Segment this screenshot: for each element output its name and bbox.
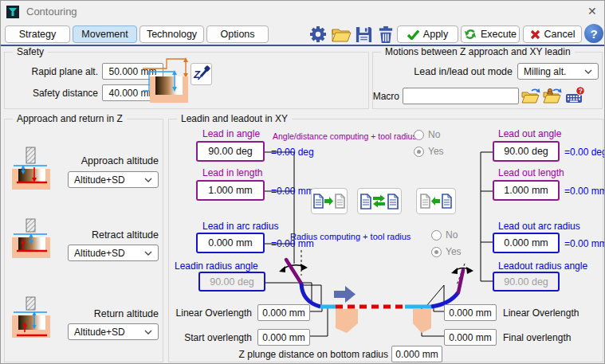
safety-group-title: Safety xyxy=(13,46,48,57)
angle-computing-yes-label: Yes xyxy=(428,146,444,157)
lead-in-angle-field[interactable]: 90.00 deg xyxy=(196,141,265,162)
lead-in-length-label: Lead in length xyxy=(202,167,262,178)
save-floppy-icon xyxy=(355,25,373,44)
leadin-radius-angle-field[interactable]: 90.00 deg xyxy=(198,272,265,292)
chevron-down-icon xyxy=(144,251,152,256)
radius-computing-yes-label: Yes xyxy=(446,246,462,257)
doc-arrow-left-icon xyxy=(420,193,452,209)
radius-computing-no-label: No xyxy=(446,229,458,241)
folder-user-arrow-icon xyxy=(543,86,562,104)
tab-movement[interactable]: Movement xyxy=(73,25,137,43)
apply-label: Apply xyxy=(423,29,448,40)
return-altitude-icon xyxy=(10,296,52,342)
chevron-down-icon xyxy=(584,69,592,74)
retract-altitude-value: Altitude+SD xyxy=(74,248,125,259)
tab-technology[interactable]: Technology xyxy=(139,25,204,43)
z-eyedropper-icon: Z xyxy=(193,65,210,83)
x-icon xyxy=(530,29,540,40)
approach-z-group-title: Approach and return in Z xyxy=(13,113,127,124)
copy-leadin-to-leadout-button[interactable] xyxy=(311,188,348,214)
lead-in-arc-radius-field[interactable]: 0.000 mm xyxy=(196,233,265,253)
approach-altitude-icon xyxy=(10,146,52,192)
tab-strategy[interactable]: Strategy xyxy=(5,25,70,43)
lead-out-angle-label: Lead out angle xyxy=(498,128,561,139)
tab-options[interactable]: Options xyxy=(206,25,269,43)
retract-altitude-select[interactable]: Altitude+SD xyxy=(68,245,159,261)
final-overlength-field[interactable]: 0.000 mm xyxy=(444,329,497,346)
copy-leadout-to-leadin-button[interactable] xyxy=(416,188,456,214)
linear-overlength-left-field[interactable]: 0.000 mm xyxy=(257,304,310,321)
safety-distance-label: Safety distance xyxy=(15,88,98,99)
angle-computing-label: Angle/distance computing + tool radius xyxy=(273,131,417,141)
doc-arrows-both-icon xyxy=(360,192,399,210)
trash-icon xyxy=(377,25,395,44)
question-mark-icon: ? xyxy=(590,27,597,41)
delete-button[interactable] xyxy=(375,24,397,45)
execute-button[interactable]: Execute xyxy=(461,25,520,43)
lead-out-length-label: Lead out length xyxy=(498,167,564,178)
cancel-button[interactable]: Cancel xyxy=(523,25,582,43)
lead-in-angle-computed: =0.00 deg xyxy=(271,147,314,158)
radio-checked-icon xyxy=(414,147,424,157)
folder-icon xyxy=(331,25,352,43)
contouring-dialog: Contouring ✕ Strategy Movement Technolog… xyxy=(0,0,605,364)
lead-in-arc-radius-label: Lead in arc radius xyxy=(202,221,278,232)
approach-altitude-select[interactable]: Altitude+SD xyxy=(68,171,159,188)
app-icon xyxy=(6,4,21,18)
lead-out-length-computed: =0.00 mm xyxy=(564,186,605,197)
radio-checked-icon xyxy=(431,247,442,257)
angle-computing-no-label: No xyxy=(428,129,440,140)
doc-arrow-right-icon xyxy=(313,193,345,209)
return-altitude-select[interactable]: Altitude+SD xyxy=(68,323,159,340)
settings-gear-button[interactable] xyxy=(307,24,329,45)
start-overlength-label: Start overlength xyxy=(169,332,252,343)
lead-in-angle-label: Lead in angle xyxy=(202,128,260,139)
lead-out-arc-radius-field[interactable]: 0.000 mm xyxy=(493,233,560,253)
radius-computing-no-radio[interactable]: No xyxy=(431,229,458,241)
retract-altitude-label: Retract altitude xyxy=(71,229,159,241)
leadin-radius-angle-label: Leadin radius angle xyxy=(175,260,258,272)
radius-computing-yes-radio[interactable]: Yes xyxy=(431,246,462,257)
approach-altitude-value: Altitude+SD xyxy=(74,174,125,186)
chevron-down-icon xyxy=(144,330,152,335)
keyboard-question-icon: ? xyxy=(565,86,585,105)
angle-computing-no-radio[interactable]: No xyxy=(414,129,440,140)
close-icon[interactable]: ✕ xyxy=(587,5,597,18)
linear-overlength-left-label: Linear Overlength xyxy=(169,307,252,319)
motions-group-title: Motions between Z approach and XY leadin xyxy=(381,46,575,57)
help-button[interactable]: ? xyxy=(584,24,603,43)
z-plunge-field[interactable]: 0.000 mm xyxy=(391,346,442,362)
gear-icon xyxy=(308,25,328,44)
start-overlength-field[interactable]: 0.000 mm xyxy=(257,329,310,346)
lead-out-arc-radius-label: Lead out arc radius xyxy=(498,221,580,232)
safety-diagram xyxy=(143,55,189,106)
radio-icon xyxy=(431,230,442,241)
retract-altitude-icon xyxy=(10,217,52,264)
save-button[interactable] xyxy=(352,24,375,45)
radio-icon xyxy=(414,130,424,140)
lead-in-length-field[interactable]: 1.000 mm xyxy=(196,180,265,201)
macro-keyboard-help-button[interactable]: ? xyxy=(564,85,585,105)
execute-label: Execute xyxy=(481,29,517,40)
macro-input[interactable] xyxy=(403,88,519,104)
lead-out-arc-radius-computed: =0.00 mm xyxy=(564,238,605,249)
lead-out-length-field[interactable]: 1.000 mm xyxy=(493,180,560,201)
linear-overlength-right-field[interactable]: 0.000 mm xyxy=(444,304,497,321)
svg-text:?: ? xyxy=(578,87,582,95)
macro-open-button[interactable] xyxy=(521,85,541,105)
window-title: Contouring xyxy=(26,6,77,18)
lead-out-angle-field[interactable]: 90.00 deg xyxy=(493,141,560,162)
macro-open-user-button[interactable] xyxy=(542,85,563,105)
approach-altitude-label: Approach altitude xyxy=(71,155,159,166)
leadin-mode-label: Lead in/lead out mode xyxy=(385,66,513,77)
sync-leadin-leadout-button[interactable] xyxy=(357,188,402,214)
angle-computing-yes-radio[interactable]: Yes xyxy=(414,146,444,157)
pick-z-button[interactable]: Z xyxy=(191,63,212,85)
macro-label: Macro xyxy=(372,91,399,102)
check-icon xyxy=(407,29,419,40)
open-file-button[interactable] xyxy=(330,24,352,45)
apply-button[interactable]: Apply xyxy=(397,25,458,43)
lead-out-angle-computed: =0.00 deg xyxy=(564,147,605,158)
leadout-radius-angle-field[interactable]: 90.00 deg xyxy=(493,272,560,292)
leadin-mode-select[interactable]: Milling alt. xyxy=(517,63,599,80)
